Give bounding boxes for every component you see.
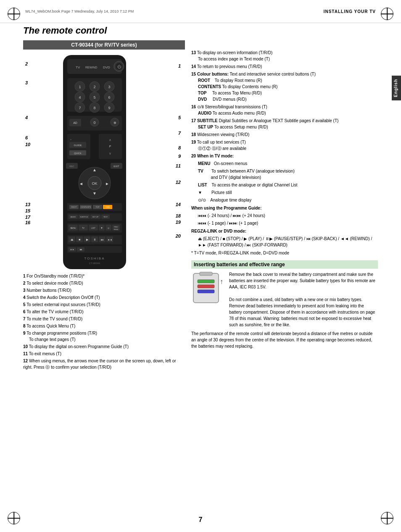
- tv-mode-picture: ▼ Picture still: [198, 189, 378, 196]
- svg-text:⏏: ⏏: [71, 238, 74, 241]
- svg-text:■: ■: [79, 238, 80, 241]
- programme-guide-header: When using the Programme Guide:: [191, 205, 378, 211]
- callout-2: 2: [25, 61, 28, 66]
- item-6: 6 To alter the TV volume (T/R/D): [23, 309, 185, 315]
- svg-text:LIST: LIST: [91, 227, 95, 229]
- svg-text:2: 2: [93, 85, 95, 89]
- item-3: 3 Number buttons (T/R/D): [23, 287, 185, 294]
- english-tab: English: [392, 76, 401, 100]
- callout-4: 4: [25, 115, 28, 120]
- pg-item-1: ⏮⏮ (- 24 hours) / ⏭⏭ (+ 24 hours): [198, 212, 378, 219]
- svg-text:PROG: PROG: [114, 229, 119, 231]
- svg-text:3: 3: [108, 85, 110, 89]
- callout-13: 13: [25, 202, 30, 207]
- header-section-title: INSTALLING YOUR TV: [134, 9, 376, 14]
- right-column: 13 To display on-screen information (T/R…: [191, 25, 378, 507]
- svg-text:∧: ∧: [109, 138, 111, 142]
- corner-cross-br: [381, 512, 393, 524]
- svg-text:TOSHIBA: TOSHIBA: [84, 257, 105, 260]
- batteries-para3: The performance of the remote control wi…: [191, 330, 378, 349]
- tv-mode-analogue: ⊙/⊙ Analogue time display: [198, 197, 378, 203]
- item-11: 11 To exit menus (T): [23, 351, 185, 357]
- svg-text:DVD: DVD: [103, 66, 110, 69]
- svg-text:TOP: TOP: [95, 206, 99, 208]
- item-12: 12 When using menus, the arrows move the…: [23, 358, 185, 370]
- item-19: 19 To call up text services (T) ⓪①② ⓪/⓪ …: [191, 139, 378, 152]
- item-16: 16 ⊙/Ⅱ Stereo/bilingual transmissions (T…: [191, 104, 378, 116]
- svg-text:▼: ▼: [100, 227, 103, 229]
- corner-cross-bl: [8, 512, 20, 524]
- svg-text:▼: ▼: [92, 191, 97, 196]
- item-1: 1 For On/Standby mode (T/R/D)*: [23, 273, 185, 279]
- svg-text:⊕: ⊕: [113, 121, 116, 125]
- item-5: 5 To select external input sources (T/R/…: [23, 301, 185, 308]
- tv-mode-list: LIST To access the analogue or digital C…: [198, 182, 378, 188]
- svg-text:1: 1: [79, 85, 81, 89]
- callout-5: 5: [178, 115, 181, 120]
- svg-text:CONTENTS: CONTENTS: [81, 206, 91, 208]
- svg-text:↑: ↑: [220, 278, 223, 285]
- callout-18: 18: [176, 213, 181, 218]
- callout-16: 16: [25, 220, 30, 225]
- item-8: 8 To access Quick Menu (T): [23, 323, 185, 329]
- svg-text:9: 9: [108, 106, 110, 110]
- svg-text:REWIND: REWIND: [85, 66, 97, 69]
- regza-dvd-text: ⏏ (EJECT) / ■ (STOP) / ▶ (PLAY) / ⏸▶ (PA…: [198, 236, 378, 248]
- batteries-text: Remove the back cover to reveal the batt…: [229, 271, 378, 328]
- callout-11: 11: [176, 163, 181, 168]
- svg-text:TV: TV: [76, 66, 80, 69]
- svg-text:6: 6: [108, 95, 110, 100]
- svg-text:5: 5: [93, 95, 95, 100]
- svg-rect-111: [198, 280, 214, 283]
- callout-14: 14: [176, 202, 181, 207]
- svg-text:AD: AD: [73, 121, 77, 124]
- tv-mode-tv: TV To switch between ATV (analogue telev…: [198, 168, 378, 181]
- item-18: 18 Widescreen viewing (T/R/D): [191, 131, 378, 138]
- svg-text:QUICK: QUICK: [74, 152, 82, 155]
- callout-7: 7: [178, 131, 181, 136]
- callout-8: 8: [178, 145, 181, 150]
- regza-dvd-items: ⏏ (EJECT) / ■ (STOP) / ▶ (PLAY) / ⏸▶ (PA…: [191, 236, 378, 248]
- page-title: The remote control: [23, 25, 185, 36]
- svg-text:DVD: DVD: [106, 206, 110, 208]
- svg-text:GUIDE: GUIDE: [74, 144, 82, 147]
- svg-text:◄◄: ◄◄: [107, 238, 112, 241]
- callout-15: 15: [25, 208, 30, 213]
- svg-text:TV: TV: [82, 227, 84, 229]
- item-17: 17 SUBTITLE Digital Subtitles or Analogu…: [191, 118, 378, 130]
- remote-image: TV REWIND DVD ⏻ 1 2 3: [57, 53, 132, 272]
- callout-6: 6: [25, 135, 28, 140]
- callout-3: 3: [25, 80, 28, 85]
- item-13: 13 To display on-screen information (T/R…: [191, 50, 378, 62]
- callout-1: 1: [178, 63, 181, 68]
- svg-text:⏻: ⏻: [117, 65, 121, 69]
- svg-text:MENU: MENU: [70, 227, 76, 229]
- item-10: 10 To display the digital on-screen Prog…: [23, 343, 185, 350]
- svg-text:7: 7: [79, 106, 81, 110]
- callout-10: 10: [25, 142, 30, 147]
- tv-mode-menu: MENU On-screen menus: [198, 160, 378, 167]
- left-column: The remote control CT-90344 (for RV/TV s…: [23, 25, 185, 507]
- item-2: 2 To select device mode (T/R/D): [23, 280, 185, 286]
- svg-text:⊙: ⊙: [108, 227, 109, 229]
- svg-text:REC: REC: [69, 165, 74, 168]
- svg-text:∨: ∨: [109, 152, 111, 155]
- svg-rect-110: [200, 272, 212, 275]
- svg-text:8: 8: [93, 106, 95, 110]
- batteries-para2: Do not combine a used, old battery with …: [229, 296, 378, 328]
- batteries-para1: Remove the back cover to reveal the batt…: [229, 271, 378, 290]
- item-7: 7 To mute the TV sound (T/R/D): [23, 316, 185, 322]
- programme-guide-items: ⏮⏮ (- 24 hours) / ⏭⏭ (+ 24 hours) ⏮⏮ (- …: [191, 212, 378, 226]
- svg-text:0: 0: [93, 121, 95, 125]
- svg-text:CT-90344: CT-90344: [89, 262, 100, 265]
- header-meta: WL74_WebOM.book Page 7 Wednesday, July 1…: [25, 9, 134, 13]
- batteries-header: Inserting batteries and effective range: [191, 260, 378, 269]
- svg-text:TEXT: TEXT: [103, 216, 108, 218]
- svg-text:PREV: PREV: [114, 226, 118, 228]
- model-box: CT-90344 (for RV/TV series): [23, 40, 185, 50]
- svg-text:4: 4: [79, 95, 81, 100]
- item-20: 20 When in TV mode:: [191, 153, 378, 159]
- svg-text:⏮: ⏮: [101, 238, 103, 241]
- callout-12: 12: [176, 180, 181, 185]
- svg-rect-112: [198, 285, 214, 288]
